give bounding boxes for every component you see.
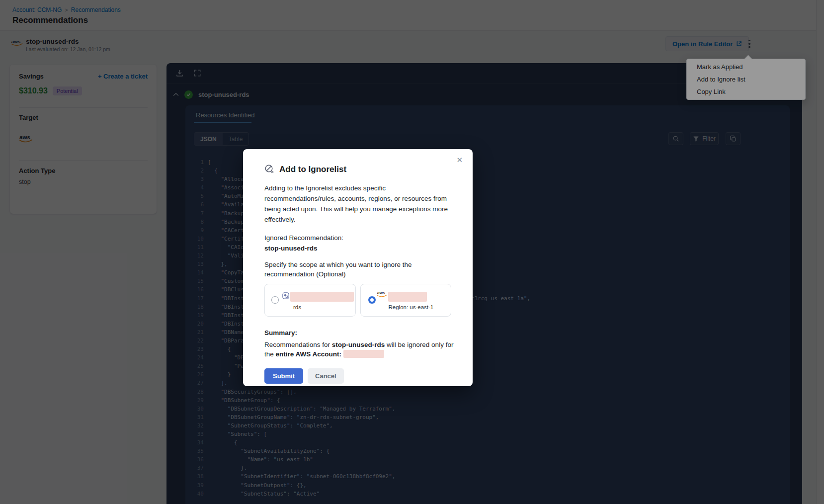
ignored-recommendation-value: stop-unused-rds (264, 245, 451, 252)
scope-instruction-text: Specify the scope at which you want to i… (264, 260, 461, 279)
modal-title: Add to Ignorelist (279, 165, 346, 174)
scope-options-row: rds aws Region: us-east-1 (264, 284, 451, 317)
summary-scope-bold: entire AWS Account: (276, 350, 342, 358)
redacted-account-id (343, 350, 384, 358)
svg-text:aws: aws (377, 290, 385, 295)
redacted-account-id (388, 292, 427, 302)
cancel-button[interactable]: Cancel (308, 368, 344, 384)
scope-option-label: Region: us-east-1 (389, 304, 434, 310)
scope-option-label: rds (293, 304, 301, 310)
radio-unselected[interactable] (271, 296, 279, 304)
summary-sentence: Recommendations for stop-unused-rds will… (264, 340, 454, 359)
recommendations-page: Account: CCM-NG>Recommendations Recommen… (0, 0, 824, 504)
scope-option-resource[interactable]: rds (264, 284, 356, 317)
add-to-ignorelist-modal: ✕ Add to Ignorelist Adding to the Ignore… (243, 149, 473, 386)
ignore-icon (264, 164, 275, 174)
aws-logo-icon: aws (377, 290, 388, 298)
redacted-resource-id (290, 292, 354, 302)
rds-icon (281, 291, 290, 300)
summary-label: Summary: (264, 329, 451, 336)
ignored-recommendation-label: Ignored Recommendation: (264, 234, 451, 242)
modal-description: Adding to the Ignorelist excludes specif… (264, 183, 454, 225)
close-icon[interactable]: ✕ (456, 156, 463, 164)
submit-button[interactable]: Submit (264, 368, 303, 384)
summary-recommendation-name: stop-unused-rds (332, 341, 385, 348)
radio-selected[interactable] (368, 296, 376, 304)
scope-option-account[interactable]: aws Region: us-east-1 (360, 284, 452, 317)
